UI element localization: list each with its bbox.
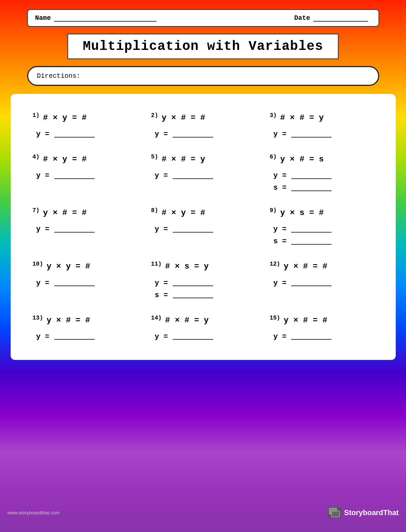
answer-row-10-0: y = <box>36 279 136 287</box>
answer-group-11: y =s = <box>151 279 255 299</box>
answer-underline-3-0[interactable] <box>291 131 332 138</box>
var-label-6-1: s = <box>273 183 290 192</box>
problem-equation-4: 4) # × y = # <box>33 153 136 165</box>
answer-underline-6-0[interactable] <box>291 172 332 179</box>
var-label-10-0: y = <box>36 279 53 287</box>
answer-underline-1-0[interactable] <box>54 131 95 138</box>
answer-underline-12-0[interactable] <box>291 280 332 286</box>
footer: www.storyboardthat.com StoryboardThat <box>0 504 406 521</box>
problem-equation-13: 13) y × # = # <box>33 314 136 327</box>
answer-underline-13-0[interactable] <box>54 333 95 340</box>
problem-number-8: 8) <box>151 207 162 214</box>
problem-cell-12: 12) y × # = #y = <box>262 254 381 307</box>
problem-equation-2: 2) y × # = # <box>151 112 255 124</box>
answer-row-12-0: y = <box>273 279 373 287</box>
problem-cell-9: 9) y × s = #y =s = <box>262 200 381 254</box>
answer-underline-4-0[interactable] <box>54 172 95 179</box>
var-label-14-0: y = <box>155 332 171 341</box>
problem-number-1: 1) <box>33 112 43 119</box>
answer-row-5-0: y = <box>155 171 255 180</box>
answer-underline-10-0[interactable] <box>54 280 95 286</box>
problem-cell-14: 14) # × # = yy = <box>144 307 262 349</box>
answer-group-14: y = <box>151 332 255 341</box>
answer-group-15: y = <box>270 332 373 341</box>
answer-row-9-1: s = <box>273 237 373 245</box>
answer-underline-7-0[interactable] <box>54 226 95 233</box>
answer-group-9: y =s = <box>270 225 373 245</box>
answer-underline-14-0[interactable] <box>173 333 213 340</box>
answer-row-6-1: s = <box>273 183 373 192</box>
answer-group-1: y = <box>33 130 136 138</box>
problem-number-5: 5) <box>151 154 162 160</box>
problem-equation-6: 6) y × # = s <box>270 153 373 165</box>
problem-cell-4: 4) # × y = #y = <box>25 146 144 200</box>
var-label-9-0: y = <box>273 225 290 233</box>
answer-row-6-0: y = <box>273 171 373 180</box>
problem-equation-12: 12) y × # = # <box>270 260 373 273</box>
answer-row-1-0: y = <box>36 130 136 138</box>
problem-cell-6: 6) y × # = sy =s = <box>262 146 381 200</box>
problem-cell-3: 3) # × # = yy = <box>262 105 381 146</box>
answer-underline-2-0[interactable] <box>173 131 213 138</box>
name-underline[interactable] <box>54 14 157 22</box>
problem-cell-1: 1) # × y = #y = <box>25 105 144 146</box>
answer-row-9-0: y = <box>273 225 373 233</box>
answer-underline-11-0[interactable] <box>173 280 213 286</box>
problem-number-6: 6) <box>270 154 280 160</box>
answer-row-15-0: y = <box>273 332 373 341</box>
problem-cell-5: 5) # × # = yy = <box>144 146 262 200</box>
problem-equation-3: 3) # × # = y <box>270 112 373 124</box>
problem-equation-7: 7) y × # = # <box>33 207 136 219</box>
answer-underline-9-1[interactable] <box>291 238 332 245</box>
var-label-15-0: y = <box>273 332 290 341</box>
problem-equation-8: 8) # × y = # <box>151 207 255 219</box>
date-field: Date <box>294 14 371 22</box>
answer-underline-5-0[interactable] <box>173 172 213 179</box>
answer-group-4: y = <box>33 171 136 180</box>
content-area: 1) # × y = #y =2) y × # = #y =3) # × # =… <box>11 94 396 360</box>
problem-number-14: 14) <box>151 315 165 321</box>
answer-group-8: y = <box>151 225 255 233</box>
answer-row-2-0: y = <box>155 130 255 138</box>
problem-number-7: 7) <box>33 207 43 214</box>
problem-cell-13: 13) y × # = #y = <box>25 307 144 349</box>
problem-number-9: 9) <box>270 207 280 214</box>
problem-number-13: 13) <box>33 315 47 321</box>
answer-row-3-0: y = <box>273 130 373 138</box>
problem-cell-8: 8) # × y = #y = <box>144 200 262 254</box>
directions-box: Directions: <box>27 66 379 86</box>
problem-cell-10: 10) y × y = #y = <box>25 254 144 307</box>
answer-group-13: y = <box>33 332 136 341</box>
name-field: Name <box>35 14 160 22</box>
storyboard-icon <box>328 507 341 518</box>
footer-logo: StoryboardThat <box>328 507 399 518</box>
answer-underline-15-0[interactable] <box>291 333 332 340</box>
var-label-13-0: y = <box>36 332 53 341</box>
var-label-9-1: s = <box>273 237 290 245</box>
var-label-6-0: y = <box>273 171 290 180</box>
date-underline[interactable] <box>313 14 368 22</box>
problem-number-11: 11) <box>151 261 165 267</box>
problem-number-10: 10) <box>33 261 47 267</box>
problem-cell-11: 11) # × s = yy =s = <box>144 254 262 307</box>
answer-row-11-0: y = <box>155 279 255 287</box>
var-label-11-1: s = <box>155 291 171 299</box>
answer-underline-11-1[interactable] <box>173 292 213 298</box>
problem-number-2: 2) <box>151 112 162 119</box>
answer-underline-9-0[interactable] <box>291 226 332 233</box>
var-label-2-0: y = <box>155 130 171 138</box>
problem-equation-11: 11) # × s = y <box>151 260 255 273</box>
problem-equation-10: 10) y × y = # <box>33 260 136 273</box>
brand-name: StoryboardThat <box>344 509 399 517</box>
answer-group-10: y = <box>33 279 136 287</box>
page-title: Multiplication with Variables <box>83 39 323 54</box>
directions-label: Directions: <box>37 72 81 80</box>
header-box: Name Date <box>27 9 379 27</box>
answer-underline-8-0[interactable] <box>173 226 213 233</box>
answer-row-14-0: y = <box>155 332 255 341</box>
answer-row-4-0: y = <box>36 171 136 180</box>
problem-equation-1: 1) # × y = # <box>33 112 136 124</box>
answer-underline-6-1[interactable] <box>291 185 332 191</box>
var-label-12-0: y = <box>273 279 290 287</box>
problem-equation-5: 5) # × # = y <box>151 153 255 165</box>
